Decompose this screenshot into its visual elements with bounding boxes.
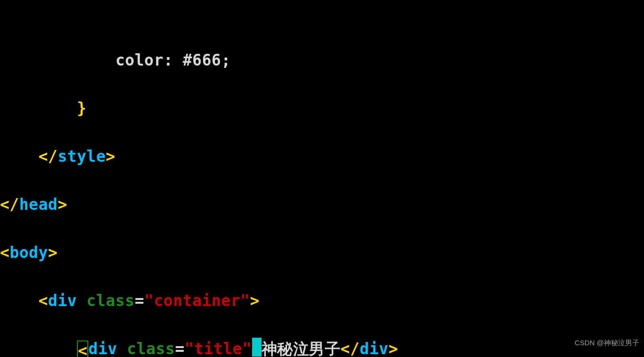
class-value-title: "title" (185, 340, 252, 357)
tag-bracket: > (250, 291, 260, 310)
text-content: 神秘泣男子 (262, 340, 341, 357)
text-cursor (252, 338, 262, 357)
tag-head: head (19, 195, 58, 214)
code-line: </head> (0, 192, 644, 216)
tag-bracket: > (389, 340, 398, 357)
equals: = (175, 340, 185, 357)
tag-bracket: </ (38, 147, 58, 166)
tag-bracket: > (106, 147, 115, 166)
tag-style: style (58, 147, 106, 166)
matching-bracket-highlight: < (77, 340, 88, 357)
tag-bracket: </ (0, 195, 19, 214)
tag-bracket: > (58, 195, 67, 214)
code-line: } (0, 96, 644, 120)
class-value-container: "container" (144, 291, 250, 310)
tag-body: body (9, 243, 48, 262)
code-line: </style> (0, 144, 644, 168)
css-rule: color: #666; (115, 51, 230, 69)
code-editor[interactable]: color: #666; } </style> </head> <body> <… (0, 0, 644, 357)
tag-bracket: < (38, 291, 48, 310)
code-line: <body> (0, 241, 644, 265)
equals: = (135, 291, 144, 310)
watermark-text: CSDN @神秘泣男子 (575, 331, 639, 355)
tag-div: div (360, 340, 389, 357)
code-line: <div class="title"神秘泣男子</div> (0, 337, 644, 357)
code-line: color: #666; (0, 48, 644, 72)
tag-div: div (88, 340, 117, 357)
tag-bracket: < (0, 243, 9, 262)
code-line: <div class="container"> (0, 289, 644, 313)
attr-class: class (127, 340, 175, 357)
tag-bracket: > (48, 243, 58, 262)
tag-div: div (48, 291, 77, 310)
tag-bracket: </ (340, 340, 360, 357)
attr-class: class (86, 291, 135, 310)
brace-close: } (77, 99, 86, 117)
